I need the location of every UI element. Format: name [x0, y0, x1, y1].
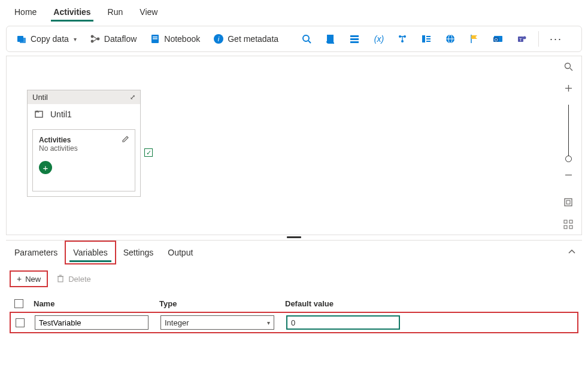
svg-rect-42	[569, 220, 572, 223]
plus-icon: +	[17, 274, 22, 284]
chevron-down-icon: ▾	[267, 320, 270, 326]
lower-panel: Parameters Variables Settings Output + N…	[6, 240, 582, 333]
new-label: New	[25, 275, 41, 284]
collapse-panel-button[interactable]	[563, 244, 581, 261]
svg-point-2	[90, 35, 93, 38]
copy-data-icon	[16, 34, 27, 44]
tab-parameters[interactable]: Parameters	[7, 242, 65, 263]
svg-point-4	[96, 38, 99, 41]
lookup-icon-button[interactable]	[296, 31, 317, 47]
outlook-icon: O	[493, 34, 504, 44]
row-checkbox[interactable]	[16, 318, 25, 327]
header-name: Name	[34, 299, 159, 308]
zoom-slider-thumb[interactable]	[565, 156, 572, 162]
pipeline-icon	[397, 34, 408, 44]
pipeline-icon-button[interactable]	[392, 31, 413, 47]
variable-row: Integer ▾ 0	[11, 315, 577, 330]
trash-icon	[56, 274, 65, 284]
tab-output[interactable]: Output	[160, 242, 200, 263]
until-title-label: Until1	[50, 110, 72, 119]
stored-proc-icon-button[interactable]	[344, 31, 365, 47]
svg-text:O: O	[495, 38, 498, 42]
until-loop-icon	[34, 109, 44, 120]
svg-rect-6	[153, 36, 157, 38]
add-activity-button[interactable]: +	[39, 161, 52, 174]
notebook-button[interactable]: Notebook	[145, 31, 205, 47]
svg-rect-40	[566, 200, 570, 204]
select-all-checkbox[interactable]	[14, 299, 23, 308]
panel-splitter[interactable]	[6, 235, 582, 240]
delete-label: Delete	[68, 275, 91, 284]
list-filter-icon	[421, 34, 432, 44]
variable-default-input[interactable]: 0	[286, 315, 400, 330]
copy-data-button[interactable]: Copy data ▾	[11, 31, 81, 47]
new-variable-button[interactable]: + New	[10, 270, 48, 287]
svg-point-10	[303, 35, 309, 41]
svg-text:(x): (x)	[374, 34, 384, 44]
delete-variable-button[interactable]: Delete	[56, 274, 91, 284]
canvas[interactable]: Until ⤢ Until1 Activities No activities …	[6, 56, 582, 235]
teams-icon-button[interactable]: T	[512, 31, 532, 47]
svg-rect-23	[426, 41, 431, 42]
filter-icon-button[interactable]	[416, 31, 437, 47]
tab-view[interactable]: View	[131, 4, 166, 22]
svg-rect-45	[58, 276, 63, 282]
until-activity-card[interactable]: Until ⤢ Until1 Activities No activities …	[27, 90, 141, 197]
variable-icon-button[interactable]: (x)	[368, 31, 389, 47]
no-activities-label: No activities	[39, 144, 129, 153]
variable-row-highlight: Integer ▾ 0	[10, 312, 578, 333]
variable-type-value: Integer	[165, 318, 189, 327]
outlook-icon-button[interactable]: O	[488, 31, 508, 47]
tab-settings[interactable]: Settings	[116, 242, 161, 263]
web-icon-button[interactable]	[440, 31, 460, 47]
tab-activities[interactable]: Activities	[45, 4, 99, 22]
get-metadata-label: Get metadata	[228, 34, 278, 44]
auto-align-button[interactable]	[560, 217, 577, 232]
more-button[interactable]: ···	[545, 33, 567, 45]
svg-rect-14	[350, 38, 359, 40]
zoom-out-button[interactable]	[560, 167, 577, 182]
notebook-icon	[150, 34, 160, 44]
variable-icon: (x)	[373, 34, 384, 44]
svg-rect-21	[426, 36, 431, 37]
notebook-label: Notebook	[164, 34, 200, 44]
flag-icon	[469, 34, 480, 44]
svg-rect-20	[422, 35, 425, 42]
svg-line-11	[308, 41, 311, 43]
search-icon	[301, 34, 312, 44]
variable-name-input[interactable]	[35, 315, 148, 330]
dataflow-button[interactable]: Dataflow	[85, 31, 141, 47]
header-default: Default value	[285, 299, 411, 308]
svg-line-35	[570, 68, 572, 71]
zoom-in-button[interactable]	[560, 80, 577, 96]
svg-rect-44	[569, 226, 572, 229]
teams-icon: T	[517, 34, 528, 44]
chevron-down-icon: ▾	[74, 36, 77, 42]
tab-home[interactable]: Home	[6, 4, 45, 22]
zoom-slider[interactable]	[568, 105, 569, 159]
pencil-icon[interactable]	[122, 135, 130, 145]
svg-rect-13	[350, 35, 359, 37]
fit-to-screen-button[interactable]	[560, 194, 577, 210]
get-metadata-button[interactable]: i Get metadata	[208, 31, 283, 47]
variable-type-select[interactable]: Integer ▾	[160, 315, 274, 330]
tab-variables[interactable]: Variables	[65, 241, 116, 264]
svg-rect-1	[20, 38, 26, 43]
flag-icon-button[interactable]	[464, 31, 484, 47]
info-icon: i	[213, 34, 224, 44]
until-header-label: Until	[32, 93, 48, 102]
activities-label: Activities	[39, 136, 129, 144]
svg-rect-41	[564, 220, 567, 223]
svg-point-31	[523, 36, 526, 39]
svg-rect-39	[565, 199, 572, 206]
tab-run[interactable]: Run	[99, 4, 132, 22]
canvas-search-button[interactable]	[560, 59, 577, 74]
activities-box: Activities No activities +	[32, 129, 135, 191]
top-tabs: Home Activities Run View	[0, 0, 588, 22]
collapse-icon[interactable]: ⤢	[130, 93, 135, 101]
variable-default-value: 0	[291, 318, 295, 327]
script-icon-button[interactable]	[320, 31, 341, 47]
svg-rect-22	[426, 38, 431, 39]
canvas-side-rail	[557, 59, 579, 232]
until-card-header: Until ⤢	[28, 90, 140, 104]
